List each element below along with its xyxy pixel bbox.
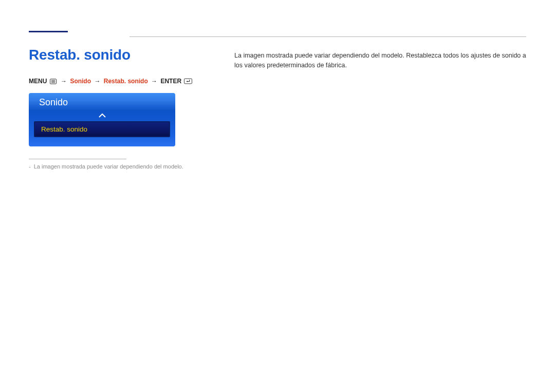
breadcrumb-arrow-1: → [61, 78, 67, 85]
footnote: -La imagen mostrada puede variar dependi… [29, 163, 234, 170]
osd-item-label: Restab. sonido [41, 125, 87, 133]
enter-icon [184, 78, 192, 84]
chevron-up-icon [98, 113, 106, 118]
osd-item-reset-sound[interactable]: Restab. sonido [34, 121, 170, 137]
osd-scroll-up[interactable] [34, 111, 170, 121]
breadcrumb: MENU → Sonido → Restab. sonido → ENTER [29, 78, 234, 85]
description-text: La imagen mostrada puede variar dependie… [234, 51, 526, 71]
breadcrumb-path-1: Sonido [70, 78, 91, 85]
breadcrumb-menu-label: MENU [29, 78, 47, 85]
footnote-text: La imagen mostrada puede variar dependie… [34, 163, 183, 170]
footnote-dash: - [29, 163, 31, 170]
breadcrumb-arrow-3: → [151, 78, 157, 85]
footnote-separator [29, 159, 126, 159]
page-title: Restab. sonido [29, 47, 234, 63]
osd-header: Sonido [29, 93, 175, 111]
accent-rule [29, 31, 68, 32]
menu-icon [50, 79, 57, 84]
breadcrumb-path-2: Restab. sonido [104, 78, 148, 85]
breadcrumb-enter-label: ENTER [160, 78, 181, 85]
breadcrumb-arrow-2: → [94, 78, 100, 85]
osd-body: Restab. sonido [29, 111, 175, 146]
header-rule [130, 36, 526, 37]
osd-panel: Sonido Restab. sonido [29, 93, 175, 146]
